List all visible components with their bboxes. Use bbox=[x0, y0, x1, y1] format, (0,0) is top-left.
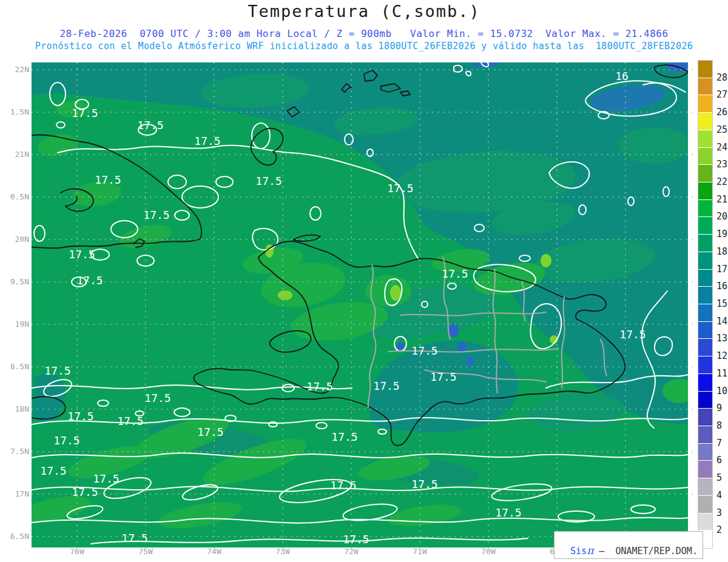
colorbar-cell bbox=[698, 304, 712, 321]
colorbar-tick-label: 17 bbox=[716, 264, 727, 275]
shaded-patch bbox=[471, 59, 500, 67]
colorbar-tick-label: 18 bbox=[716, 246, 727, 257]
colorbar-cell bbox=[698, 78, 712, 95]
sispi-brand: Sis bbox=[570, 546, 587, 557]
colorbar-tick-label: 8 bbox=[716, 420, 722, 431]
colorbar-cell bbox=[698, 270, 712, 287]
colorbar-tick-label: 25 bbox=[716, 124, 727, 135]
lon-tick-label: 70W bbox=[470, 547, 507, 556]
contour-value-label: 17.5 bbox=[306, 380, 332, 393]
lat-tick-label: 1.5N bbox=[0, 107, 29, 116]
contour-value-label: 17.5 bbox=[69, 248, 95, 261]
colorbar-tick-label: 26 bbox=[716, 107, 727, 118]
colorbar-cell bbox=[698, 513, 712, 530]
shaded-patch bbox=[541, 254, 551, 267]
page-title: Temperatura (C,somb.) bbox=[0, 2, 728, 21]
lon-tick-label: 72W bbox=[333, 547, 369, 556]
contour-value-label: 17.5 bbox=[411, 478, 437, 490]
colorbar-tick-label: 3 bbox=[716, 507, 722, 518]
colorbar-cell bbox=[698, 426, 712, 443]
colorbar-cell bbox=[698, 182, 712, 199]
contour-value-label: 16 bbox=[615, 70, 629, 82]
lat-tick-label: 17N bbox=[0, 489, 29, 498]
colorbar-tick-label: 10 bbox=[716, 386, 727, 396]
pi-symbol: π bbox=[587, 544, 593, 557]
contour-value-label: 17.5 bbox=[343, 533, 369, 546]
contour-value-label: 17.5 bbox=[53, 434, 79, 447]
lat-tick-label: 19N bbox=[0, 319, 29, 329]
contour-value-label: 17.5 bbox=[255, 175, 281, 187]
contour-value-label: 17.5 bbox=[72, 107, 98, 119]
colorbar-cell bbox=[698, 409, 712, 426]
colorbar-tick-label: 27 bbox=[716, 89, 727, 100]
shaded-patch bbox=[278, 290, 292, 300]
lat-tick-label: 6.5N bbox=[0, 532, 29, 541]
shaded-patch bbox=[467, 356, 474, 366]
colorbar-cell bbox=[698, 461, 712, 478]
lat-tick-label: 21N bbox=[0, 150, 29, 159]
colorbar-cell bbox=[698, 392, 712, 409]
contour-value-label: 17.5 bbox=[93, 472, 119, 485]
shaded-patch bbox=[390, 285, 401, 301]
colorbar-tick-label: 23 bbox=[716, 159, 727, 170]
colorbar-cell bbox=[698, 478, 712, 495]
contour-value-label: 17.5 bbox=[67, 410, 93, 423]
contour-value-label: 17.5 bbox=[143, 209, 169, 221]
colorbar-tick-label: 20 bbox=[716, 211, 727, 222]
lon-tick-label: 76W bbox=[59, 547, 95, 556]
colorbar-cell bbox=[698, 148, 712, 165]
wrf-temperature-forecast-page: { "header": { "title": "Temperatura (C,s… bbox=[0, 0, 728, 562]
subtitle-validtime: 28-Feb-2026 0700 UTC / 3:00 am Hora Loca… bbox=[0, 28, 728, 39]
colorbar-tick-label: 7 bbox=[716, 438, 722, 449]
colorbar-cell bbox=[698, 496, 712, 513]
colorbar-cell bbox=[698, 61, 712, 78]
colorbar-cell bbox=[698, 165, 712, 182]
colorbar-cell bbox=[698, 356, 712, 373]
colorbar-cell bbox=[698, 322, 712, 339]
contour-value-label: 17.5 bbox=[442, 267, 468, 280]
contour-value-label: 17.5 bbox=[495, 506, 521, 519]
contour-value-label: 17.5 bbox=[40, 464, 66, 477]
lat-tick-label: 7.5N bbox=[0, 447, 29, 456]
contour-value-label: 17.5 bbox=[121, 532, 147, 544]
lat-tick-label: 0.5N bbox=[0, 192, 29, 201]
contour-value-label: 17.5 bbox=[194, 135, 220, 147]
colorbar-cell bbox=[698, 200, 712, 217]
lat-tick-label: 22N bbox=[0, 65, 29, 74]
lat-tick-label: 20N bbox=[0, 235, 29, 244]
contour-value-label: 17.5 bbox=[72, 486, 98, 498]
lat-tick-label: 18N bbox=[0, 404, 29, 413]
colorbar-tick-label: 9 bbox=[716, 403, 722, 413]
contour-value-label: 17.5 bbox=[373, 380, 399, 392]
contour-value-label: 17.5 bbox=[411, 344, 437, 357]
colorbar-tick-label: 5 bbox=[716, 472, 722, 483]
colorbar-cell bbox=[698, 217, 712, 234]
shaded-patch bbox=[619, 127, 692, 164]
colorbar-tick-label: 12 bbox=[716, 350, 727, 361]
colorbar-tick-label: 6 bbox=[716, 455, 722, 466]
colorbar-tick-label: 16 bbox=[716, 281, 727, 292]
colorbar-tick-label: 24 bbox=[716, 142, 727, 153]
contour-value-label: 17.5 bbox=[95, 173, 121, 186]
colorbar-cell bbox=[698, 113, 712, 130]
contour-value-label: 17.5 bbox=[137, 119, 163, 132]
contour-value-label: 17.5 bbox=[44, 364, 70, 377]
contour-value-label: 17.5 bbox=[387, 182, 413, 195]
forecast-map: 1617.517.517.517.517.517.517.517.517.517… bbox=[0, 0, 728, 562]
subtitle-model-run: Pronóstico con el Modelo Atmósferico WRF… bbox=[0, 41, 728, 52]
contour-value-label: 17.5 bbox=[331, 430, 357, 443]
colorbar-cell bbox=[698, 374, 712, 391]
jamaica-coast-marks bbox=[22, 380, 30, 388]
lon-tick-label: 74W bbox=[196, 547, 232, 556]
shaded-patch bbox=[448, 324, 459, 337]
lat-tick-label: 8.5N bbox=[0, 362, 29, 371]
contour-value-label: 17.5 bbox=[76, 274, 103, 287]
lat-tick-label: 9.5N bbox=[0, 277, 29, 286]
colorbar-tick-label: 28 bbox=[716, 72, 727, 83]
colorbar-tick-label: 22 bbox=[716, 176, 727, 187]
contour-value-label: 17.5 bbox=[430, 370, 456, 383]
credit-org: – ONAMET/REP.DOM. bbox=[593, 546, 698, 557]
colorbar-tick-label: 15 bbox=[716, 298, 727, 309]
colorbar-cell bbox=[698, 287, 712, 304]
colorbar-tick-label: 4 bbox=[716, 490, 722, 501]
